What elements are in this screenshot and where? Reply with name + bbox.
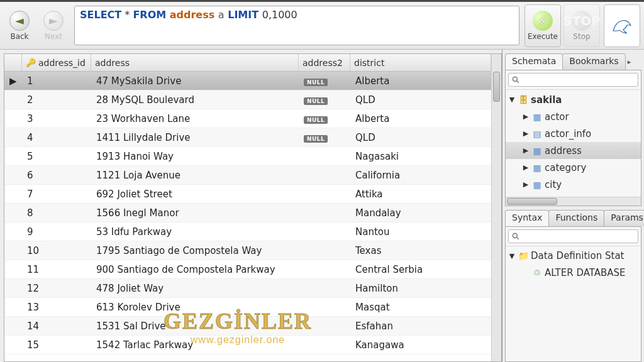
- tab-params[interactable]: Params: [604, 210, 644, 226]
- cell-address2[interactable]: [299, 154, 350, 159]
- disclosure-triangle-icon[interactable]: ▶: [522, 129, 530, 138]
- disclosure-triangle-icon[interactable]: ▶: [522, 180, 530, 189]
- cell-district[interactable]: Alberta: [350, 111, 491, 127]
- cell-address2[interactable]: [299, 192, 350, 197]
- table-row[interactable]: 51913 Hanoi WayNagasaki: [4, 147, 491, 166]
- cell-id[interactable]: 10: [22, 243, 91, 259]
- tree-table-actor_info[interactable]: ▶▤actor_info: [506, 125, 641, 142]
- cell-id[interactable]: 9: [22, 224, 91, 240]
- cell-address[interactable]: 692 Joliet Street: [91, 186, 299, 202]
- col-address[interactable]: address: [91, 54, 299, 71]
- back-button[interactable]: ◄ Back: [4, 4, 35, 47]
- cell-district[interactable]: Mandalay: [350, 205, 491, 221]
- tree-syntax-group[interactable]: ▼ 📁 Data Definition Stat: [506, 248, 641, 265]
- cell-id[interactable]: 12: [22, 280, 91, 297]
- tree-table-city[interactable]: ▶▦city: [506, 176, 641, 193]
- cell-id[interactable]: 11: [22, 261, 91, 278]
- col-district[interactable]: district: [350, 54, 491, 71]
- tab-syntax[interactable]: Syntax: [505, 210, 549, 226]
- cell-address2[interactable]: NULL: [299, 73, 350, 89]
- cell-address[interactable]: 1121 Loja Avenue: [91, 167, 299, 184]
- cell-address[interactable]: 1795 Santiago de Compostela Way: [91, 243, 299, 259]
- table-row[interactable]: 228 MySQL BoulevardNULLQLD: [4, 90, 491, 109]
- stop-button[interactable]: STOP Stop: [564, 4, 600, 47]
- cell-district[interactable]: Kanagawa: [350, 337, 491, 353]
- cell-address2[interactable]: [299, 211, 350, 216]
- table-row[interactable]: 41411 Lillydale DriveNULLQLD: [4, 128, 491, 147]
- vscroll-thumb[interactable]: [493, 72, 500, 102]
- cell-address[interactable]: 478 Joliet Way: [91, 280, 299, 297]
- disclosure-triangle-icon[interactable]: ▼: [508, 96, 516, 104]
- cell-id[interactable]: 8: [22, 205, 91, 221]
- cell-address[interactable]: 1913 Hanoi Way: [91, 148, 299, 165]
- cell-address2[interactable]: [299, 343, 350, 348]
- cell-address2[interactable]: [299, 173, 350, 178]
- cell-id[interactable]: 3: [22, 111, 91, 127]
- cell-id[interactable]: 13: [22, 299, 91, 315]
- cell-district[interactable]: Nantou: [350, 224, 491, 240]
- table-row[interactable]: 11900 Santiago de Compostela ParkwayCent…: [4, 260, 491, 279]
- cell-district[interactable]: Esfahan: [350, 318, 491, 334]
- table-row[interactable]: ▶147 MySakila DriveNULLAlberta: [4, 72, 491, 90]
- tree-table-actor[interactable]: ▶▦actor: [506, 108, 641, 125]
- tree-db-sakila[interactable]: ▼ 🗄 sakila: [506, 91, 641, 108]
- cell-address2[interactable]: NULL: [299, 92, 350, 108]
- schema-search-input[interactable]: [508, 73, 638, 87]
- row-marker-column[interactable]: [4, 54, 22, 71]
- cell-address[interactable]: 1542 Tarlac Parkway: [91, 337, 299, 353]
- tree-table-category[interactable]: ▶▦category: [506, 159, 641, 176]
- schema-tree[interactable]: ▼ 🗄 sakila ▶▦actor▶▤actor_info▶▦address▶…: [506, 90, 641, 197]
- cell-district[interactable]: California: [350, 167, 491, 184]
- disclosure-triangle-icon[interactable]: ▶: [522, 163, 530, 172]
- cell-address2[interactable]: NULL: [299, 111, 350, 127]
- cell-district[interactable]: Hamilton: [350, 280, 491, 297]
- table-row[interactable]: 7692 Joliet StreetAttika: [4, 185, 491, 204]
- table-row[interactable]: 61121 Loja AvenueCalifornia: [4, 166, 491, 185]
- syntax-search-input[interactable]: [508, 229, 638, 243]
- cell-id[interactable]: 7: [22, 186, 91, 202]
- syntax-tree[interactable]: ▼ 📁 Data Definition Stat ♲ ALTER DATABAS…: [506, 246, 641, 362]
- table-row[interactable]: 81566 Inegl ManorMandalay: [4, 204, 491, 222]
- table-row[interactable]: 151542 Tarlac ParkwayKanagawa: [4, 336, 491, 354]
- cell-id[interactable]: 2: [22, 92, 91, 108]
- disclosure-triangle-icon[interactable]: ▼: [508, 252, 516, 260]
- tree-syntax-item[interactable]: ♲ ALTER DATABASE: [506, 265, 641, 282]
- cell-address2[interactable]: [299, 229, 350, 234]
- cell-address[interactable]: 47 MySakila Drive: [91, 73, 299, 89]
- cell-address2[interactable]: [299, 305, 350, 310]
- cell-id[interactable]: 1: [22, 73, 91, 89]
- cell-district[interactable]: Alberta: [350, 73, 491, 89]
- tab-schemata[interactable]: Schemata: [505, 53, 563, 70]
- sql-editor[interactable]: SELECT * FROM address a LIMIT 0,1000: [74, 6, 519, 45]
- cell-district[interactable]: QLD: [350, 92, 491, 108]
- cell-address2[interactable]: [299, 267, 350, 272]
- table-row[interactable]: 141531 Sal DriveEsfahan: [4, 317, 491, 336]
- cell-district[interactable]: Texas: [350, 243, 491, 259]
- tab-overflow-icon[interactable]: ▸: [625, 53, 634, 70]
- grid-header[interactable]: 🔑address_id address address2 district: [4, 54, 491, 72]
- cell-address[interactable]: 900 Santiago de Compostela Parkway: [91, 261, 299, 278]
- cell-address2[interactable]: [299, 324, 350, 329]
- cell-district[interactable]: Nagasaki: [350, 148, 491, 165]
- execute-button[interactable]: ⚡ Execute: [525, 4, 561, 47]
- cell-id[interactable]: 4: [22, 129, 91, 146]
- cell-address2[interactable]: [299, 248, 350, 253]
- col-address2[interactable]: address2: [299, 54, 350, 71]
- cell-address[interactable]: 1411 Lillydale Drive: [91, 129, 299, 146]
- cell-district[interactable]: Attika: [350, 186, 491, 202]
- hscroll-thumb[interactable]: [507, 198, 557, 205]
- cell-address[interactable]: 23 Workhaven Lane: [91, 111, 299, 127]
- next-button[interactable]: ► Next: [38, 4, 69, 47]
- table-row[interactable]: 12478 Joliet WayHamilton: [4, 279, 491, 298]
- results-grid[interactable]: 🔑address_id address address2 district ▶1…: [4, 54, 491, 361]
- table-row[interactable]: 101795 Santiago de Compostela WayTexas: [4, 241, 491, 260]
- tree-hscrollbar[interactable]: [506, 197, 641, 206]
- disclosure-triangle-icon[interactable]: ▶: [522, 146, 530, 155]
- table-row[interactable]: 323 Workhaven LaneNULLAlberta: [4, 109, 491, 128]
- cell-id[interactable]: 14: [22, 318, 91, 334]
- tree-table-address[interactable]: ▶▦address: [506, 142, 641, 159]
- tab-bookmarks[interactable]: Bookmarks: [562, 53, 625, 70]
- disclosure-triangle-icon[interactable]: ▶: [522, 112, 530, 121]
- cell-address[interactable]: 613 Korolev Drive: [91, 299, 299, 315]
- cell-address[interactable]: 1566 Inegl Manor: [91, 205, 299, 221]
